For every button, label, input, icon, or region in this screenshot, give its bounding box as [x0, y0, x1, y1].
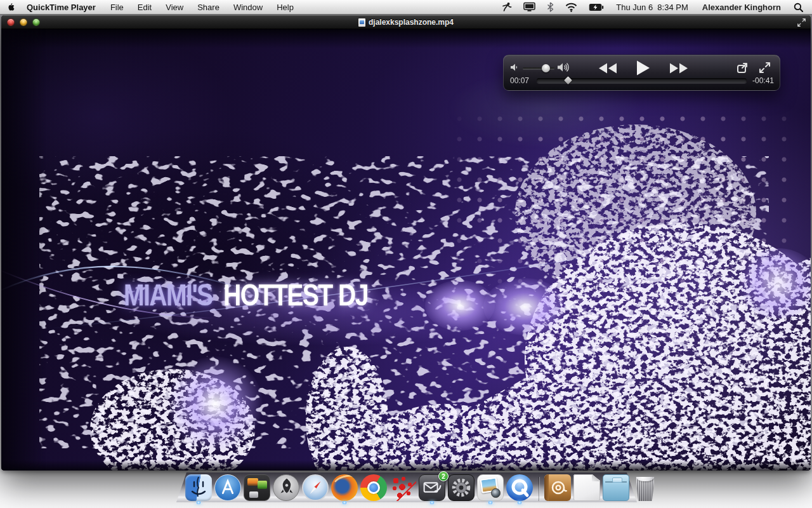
window-title-bar[interactable]: djalexksplashzone.mp4 — [1, 15, 811, 29]
play-button[interactable] — [636, 60, 650, 76]
running-indicator — [429, 501, 435, 504]
thumbnail-photo — [258, 481, 267, 489]
menubar-clock[interactable]: Thu Jun 6 8:34 PM — [610, 3, 694, 12]
fast-forward-button[interactable] — [669, 63, 688, 74]
apple-menu[interactable] — [0, 0, 19, 14]
rocket-icon — [273, 475, 299, 500]
rewind-icon — [599, 63, 618, 74]
mail-unread-badge: 2 — [438, 471, 449, 481]
dock-icon-quicktime[interactable] — [506, 474, 533, 501]
camera-lens — [491, 488, 501, 498]
window-title: djalexksplashzone.mp4 — [369, 18, 454, 27]
play-icon — [636, 60, 650, 76]
dock-icon-launchpad[interactable] — [273, 474, 299, 501]
menubar-user[interactable]: Alexander Kinghorn — [695, 3, 789, 12]
quicktime-window: djalexksplashzone.mp4 — [1, 15, 811, 471]
zoom-button[interactable] — [32, 18, 40, 26]
dock-icon-textedit-document[interactable] — [573, 474, 600, 501]
dock-icon-mission-control[interactable] — [244, 474, 270, 501]
video-canvas: MIAMI'S HOTTEST DJ — [1, 29, 811, 471]
close-button[interactable] — [7, 18, 15, 26]
menu-view[interactable]: View — [159, 0, 190, 14]
minimize-button[interactable] — [20, 18, 27, 26]
display-icon[interactable] — [518, 0, 541, 14]
elapsed-time: 00:07 — [510, 76, 529, 85]
remaining-time: -00:41 — [752, 76, 774, 85]
running-indicator — [516, 501, 523, 504]
app-store-a-icon — [215, 475, 240, 500]
volume-max-icon[interactable] — [557, 62, 570, 76]
menu-window[interactable]: Window — [226, 0, 270, 14]
firefox-tail — [332, 474, 357, 490]
fast-forward-icon — [669, 63, 688, 74]
dock-icon-app-store[interactable] — [214, 474, 241, 501]
wifi-icon[interactable] — [560, 0, 583, 14]
letterbox-top — [1, 29, 811, 48]
dock: 2 — [176, 472, 637, 502]
dock-icon-contacts[interactable] — [544, 474, 571, 501]
volume-knob[interactable] — [542, 64, 550, 72]
dock-icon-safari[interactable] — [302, 474, 329, 501]
rewind-button[interactable] — [599, 63, 618, 74]
video-headline: MIAMI'S HOTTEST DJ — [124, 277, 368, 312]
expand-arrows-icon — [759, 62, 771, 74]
video-file-icon — [358, 18, 365, 27]
battery-charging-icon[interactable] — [583, 0, 610, 14]
mute-icon[interactable] — [510, 63, 519, 74]
dock-icon-documents-box[interactable] — [603, 474, 629, 501]
running-indicator — [195, 501, 202, 504]
dock-icon-mail[interactable]: 2 — [419, 474, 445, 501]
scrubber-track[interactable] — [537, 78, 747, 83]
finder-face-icon — [185, 474, 212, 501]
bluetooth-icon[interactable] — [541, 0, 560, 14]
dock-icon-trash[interactable] — [632, 474, 658, 501]
dock-icon-firefox[interactable] — [331, 474, 358, 501]
at-symbol-icon — [544, 474, 571, 501]
thumbnail-window — [249, 491, 258, 498]
crumpled-paper — [637, 474, 653, 481]
dock-icon-red-dots-app[interactable] — [390, 474, 416, 501]
menu-help[interactable]: Help — [270, 0, 301, 14]
video-art — [1, 29, 811, 471]
menu-edit[interactable]: Edit — [131, 0, 159, 14]
fullscreen-arrows-icon — [797, 18, 806, 27]
controls-fullscreen-button[interactable] — [759, 62, 771, 76]
titlebar-fullscreen-button[interactable] — [797, 18, 806, 27]
dock-icon-iphoto[interactable] — [477, 474, 504, 501]
dock-icon-finder[interactable] — [185, 474, 212, 501]
quicktime-q-icon — [506, 474, 533, 501]
traffic-lights — [1, 18, 40, 26]
share-button[interactable] — [737, 62, 749, 76]
dock-icon-chrome[interactable] — [360, 474, 387, 501]
playhead-diamond[interactable] — [564, 76, 572, 84]
volume-slider[interactable] — [523, 67, 554, 69]
apple-logo-icon — [8, 2, 15, 13]
thumbnail-photo — [247, 478, 258, 486]
compass-needle — [309, 481, 322, 495]
dock-icon-system-preferences[interactable] — [448, 474, 475, 501]
menu-app-name[interactable]: QuickTime Player — [19, 0, 103, 14]
menu-share[interactable]: Share — [190, 0, 226, 14]
playback-controls-overlay: 00:07 -00:41 — [503, 55, 780, 91]
vignette-left — [1, 29, 46, 471]
letterbox-bottom — [1, 460, 811, 471]
spotlight-search-icon[interactable] — [789, 0, 812, 14]
headline-part-2: HOTTEST DJ — [223, 277, 368, 312]
menu-file[interactable]: File — [103, 0, 131, 14]
running-indicator — [487, 501, 494, 504]
dock-separator — [535, 476, 542, 501]
running-indicator — [341, 501, 348, 504]
menu-bar: QuickTime Player File Edit View Share Wi… — [0, 0, 812, 15]
share-icon — [737, 62, 749, 74]
headline-part-1: MIAMI'S — [124, 277, 213, 312]
activity-figure-icon[interactable] — [495, 0, 518, 14]
chrome-center — [367, 481, 380, 494]
gear-icon — [449, 475, 474, 500]
